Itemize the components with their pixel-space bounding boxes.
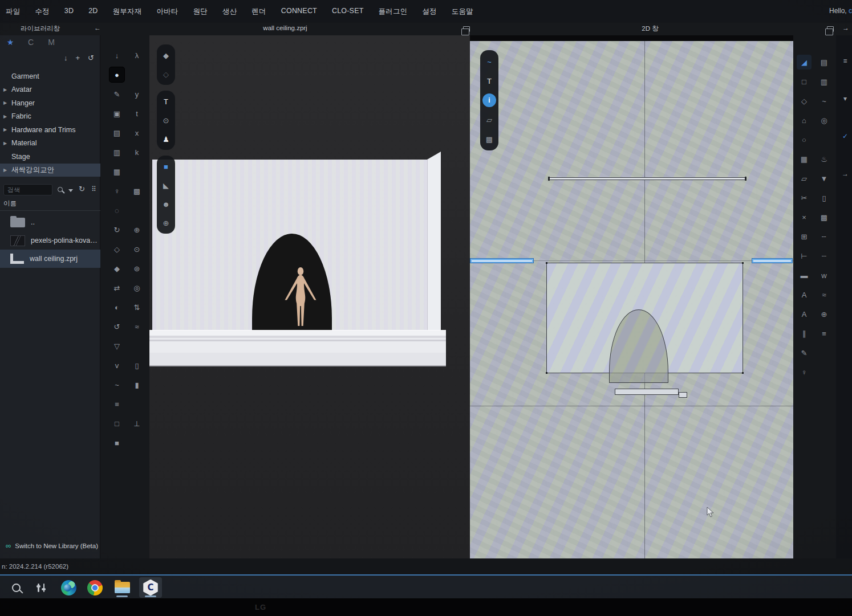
show-garment-toggle[interactable]: T (159, 95, 173, 108)
edit-point-tool[interactable]: □ (797, 74, 812, 89)
download-icon[interactable]: ↓ (64, 54, 68, 62)
spotlight-toggle[interactable]: ◣ (159, 178, 173, 192)
reset-icon[interactable]: ↺ (88, 54, 94, 62)
avatar-figure[interactable] (282, 267, 319, 331)
pose-y-tool[interactable]: y (129, 87, 144, 101)
pattern-ceiling-strip[interactable] (549, 177, 746, 180)
sew-on-avatar-tool[interactable]: ♀ (109, 183, 124, 198)
segment-sewing-tool[interactable]: ▤ (109, 125, 124, 140)
panel-options-icon[interactable]: ▾ (838, 91, 852, 106)
tree-expand-icon[interactable] (3, 141, 11, 146)
shirring-tool[interactable]: w (817, 268, 831, 283)
pin-ball-tool[interactable]: ⊕ (129, 222, 144, 237)
menu-item-5[interactable]: 아바타 (156, 7, 178, 17)
free-sewing-tool[interactable]: ▥ (109, 145, 124, 160)
file-row-parent-folder[interactable]: .. (0, 213, 100, 231)
menu-item-7[interactable]: 생산 (222, 7, 237, 17)
pose-k-tool[interactable]: k (129, 145, 144, 160)
tree-expand-icon[interactable] (3, 100, 11, 105)
taskbar-chrome-button[interactable] (83, 577, 106, 598)
pattern-selected-strip-left[interactable] (470, 258, 534, 263)
iron-tool[interactable]: ♨ (817, 152, 831, 166)
pin-tool[interactable]: ◌ (109, 203, 124, 218)
free-seam-tool[interactable]: ~ (817, 93, 831, 108)
menu-item-11[interactable]: 플러그인 (379, 7, 408, 17)
menu-item-13[interactable]: 도움말 (452, 7, 473, 17)
drape-tool[interactable]: ◐ (109, 300, 124, 315)
pattern-baseboard-piece[interactable] (615, 389, 679, 395)
retopology-tool[interactable]: ◆ (109, 261, 124, 276)
tree-expand-icon[interactable] (3, 127, 11, 132)
grading-text-tool[interactable]: A (797, 307, 812, 321)
expand-panel-icon[interactable]: → (838, 166, 852, 181)
tape-measure-tool[interactable]: ≡ (109, 397, 124, 411)
shirt-display-tool[interactable]: ▼ (817, 171, 831, 186)
trace-tool[interactable]: × (797, 210, 812, 225)
pose-t-tool[interactable]: t (129, 106, 144, 121)
zipper-tool[interactable]: ⇅ (129, 300, 144, 315)
walk-pose-tool[interactable]: λ (129, 48, 144, 63)
menu-item-0[interactable]: 파일 (6, 7, 20, 17)
shape-library-tool[interactable]: ▱ (797, 171, 812, 186)
puller-tool[interactable]: ⊥ (129, 416, 144, 431)
taskbar-edge-button[interactable] (57, 577, 80, 598)
patch-add-tool[interactable]: ⊕ (817, 307, 831, 321)
view-grid-icon[interactable] (91, 185, 96, 193)
pin-ruler-tool[interactable]: ⊢ (797, 248, 812, 263)
dress-avatar-tool[interactable]: ▽ (109, 338, 124, 353)
load-tool[interactable]: ↓ (109, 48, 124, 63)
polygon-pattern-tool[interactable]: ⌂ (797, 113, 812, 128)
confirm-check-icon[interactable]: ✓ (838, 129, 852, 144)
collapse-library-icon[interactable] (93, 24, 102, 33)
scene-cube-toggle[interactable]: ◆ (159, 48, 173, 62)
fabric-roll-tool[interactable]: ▯ (129, 358, 144, 373)
menu-item-9[interactable]: CONNECT (281, 7, 317, 17)
search-options-caret-icon[interactable] (68, 189, 73, 192)
search-icon[interactable] (58, 187, 63, 192)
float-3d-window-icon[interactable] (463, 26, 470, 32)
menu-item-8[interactable]: 렌더 (251, 7, 266, 17)
fabric-roll-tool-2d[interactable]: ▯ (817, 190, 831, 205)
fabric-sheet-toggle[interactable]: ▱ (482, 113, 496, 127)
show-avatar-toggle[interactable]: ♟ (159, 132, 173, 146)
menu-item-2[interactable]: 3D (64, 7, 74, 17)
gizmo-rotate-tool[interactable]: ↻ (109, 222, 124, 237)
mn-sewing-tool[interactable]: ▦ (109, 164, 124, 179)
library-tree-item-4[interactable]: Hardware and Trims (0, 123, 100, 137)
tree-expand-icon[interactable] (3, 168, 11, 173)
taskbar-search-button[interactable] (5, 577, 27, 598)
layers-tool[interactable]: ≡ (817, 326, 831, 341)
viewport-2d[interactable]: ~Ti▱▩ (470, 41, 793, 558)
dashed-line-tool[interactable]: ╌ (817, 229, 831, 244)
basting-tool[interactable]: ┄ (817, 248, 831, 263)
taskbar-clo-button[interactable]: C (139, 577, 162, 598)
pattern-info-toggle[interactable]: i (482, 93, 496, 107)
property-list-icon[interactable]: ≡ (838, 54, 852, 68)
expand-right-icon[interactable] (842, 24, 849, 32)
library-tree-item-2[interactable]: Hanger (0, 96, 100, 110)
library-tree-item-5[interactable]: Material (0, 137, 100, 150)
library-tree-item-0[interactable]: Garment (0, 70, 100, 83)
avatar-light-toggle[interactable]: ☻ (159, 197, 173, 211)
pin-display-toggle[interactable]: ⊙ (159, 113, 173, 127)
float-2d-window-icon[interactable] (827, 26, 834, 32)
taskbar-task-view-button[interactable] (30, 577, 52, 598)
sewing-machine-tool[interactable]: ▤ (817, 55, 831, 70)
fabric-display-toggle[interactable]: ■ (159, 160, 173, 173)
elastic-tool[interactable]: ≈ (817, 287, 831, 302)
tack-pin-tool[interactable]: ✎ (109, 87, 124, 101)
tree-expand-icon[interactable] (3, 87, 11, 92)
fold-arrangement-tool[interactable]: v (109, 358, 124, 373)
cut-tool[interactable]: ✂ (797, 190, 812, 205)
library-window-tab[interactable]: 라이브러리창 (21, 25, 60, 33)
show-pattern-toggle[interactable]: T (482, 74, 496, 88)
curve-edit-tool[interactable]: ~ (109, 377, 124, 392)
taskbar-file-explorer-button[interactable] (111, 577, 133, 598)
menu-item-1[interactable]: 수정 (35, 7, 49, 17)
library-tree-item-3[interactable]: Fabric (0, 110, 100, 124)
simulate-tool[interactable]: ● (109, 67, 124, 82)
texture-pattern-toggle[interactable]: ▩ (482, 132, 496, 146)
file-row-wall-ceiling[interactable]: wall ceiling.zprj (0, 250, 100, 268)
fabric-roll-2-tool[interactable]: ▮ (129, 377, 144, 392)
transform-pattern-tool[interactable]: ◢ (797, 55, 812, 70)
